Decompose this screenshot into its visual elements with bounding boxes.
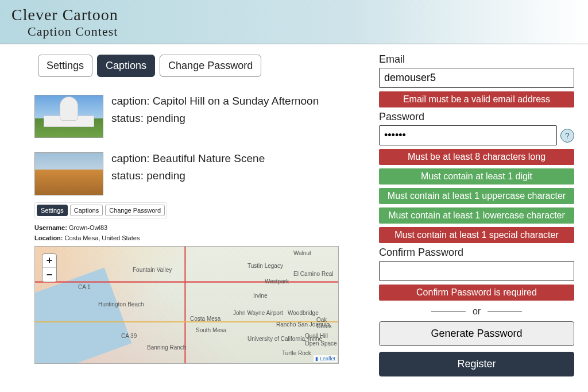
main-tab-bar: Settings Captions Change Password: [34, 51, 356, 80]
password-input[interactable]: [379, 125, 557, 145]
register-button[interactable]: Register: [379, 352, 574, 376]
register-form: Email Email must be a valid email addres…: [379, 51, 574, 376]
tab-change-password[interactable]: Change Password: [160, 55, 261, 77]
map-place-label: John Wayne Airport: [233, 310, 283, 316]
mini-tab-bar: Settings Captions Change Password: [34, 202, 167, 218]
tab-settings[interactable]: Settings: [38, 55, 92, 77]
caption-text: caption: Capitol Hill on a Sunday Aftern…: [111, 95, 319, 129]
caption-thumbnail-capitol[interactable]: [34, 95, 103, 138]
password-validation: Must contain at least 1 digit: [379, 168, 574, 185]
map-place-label: El Camino Real: [293, 271, 333, 277]
map-place-label: Rancho San Joaquin: [276, 321, 330, 328]
caption-status: status: pending: [111, 170, 265, 182]
map-place-label: Costa Mesa: [190, 316, 220, 322]
profile-meta: Username: Grown-Owl83 Location: Costa Me…: [34, 224, 356, 241]
caption-text: caption: Beautiful Nature Scene status: …: [111, 152, 265, 187]
left-column: Settings Captions Change Password captio…: [34, 51, 356, 376]
map-place-label: Westpark: [265, 278, 289, 285]
password-label: Password: [379, 111, 574, 123]
app-header: Clever Cartoon Caption Contest: [0, 0, 588, 44]
app-title-line2: Caption Contest: [28, 24, 577, 39]
confirm-password-input[interactable]: [379, 261, 574, 281]
password-validation: Must contain at least 1 special characte…: [379, 227, 574, 243]
username-label: Username:: [34, 224, 67, 231]
password-validation: Must be at least 8 characters long: [379, 149, 574, 165]
password-validation: Must contain at least 1 lowercase charac…: [379, 207, 574, 224]
map-place-label: CA 39: [121, 333, 137, 339]
map-place-label: Banning Ranch: [147, 344, 186, 351]
username-value: Grown-Owl83: [69, 224, 107, 231]
map-place-label: Irvine: [253, 293, 267, 299]
map-place-label: CA 1: [78, 284, 91, 290]
email-label: Email: [379, 53, 574, 66]
caption-label: caption: Capitol Hill on a Sunday Aftern…: [111, 95, 319, 107]
app-title-line1: Clever Cartoon: [11, 6, 577, 24]
email-input[interactable]: [379, 68, 574, 88]
caption-item: caption: Beautiful Nature Scene status: …: [34, 152, 356, 195]
map-zoom-control: + −: [42, 253, 57, 282]
confirm-password-error: Confirm Password is required: [379, 285, 574, 301]
mini-tab-settings[interactable]: Settings: [37, 205, 68, 216]
mini-tab-captions[interactable]: Captions: [70, 205, 103, 216]
location-map[interactable]: + − Fountain ValleyHuntington BeachCosta…: [34, 246, 339, 364]
main-container: Settings Captions Change Password captio…: [0, 44, 588, 392]
caption-item: caption: Capitol Hill on a Sunday Aftern…: [34, 95, 356, 138]
generate-password-button[interactable]: Generate Password: [379, 321, 574, 346]
map-place-label: Fountain Valley: [133, 267, 172, 273]
map-place-label: Walnut: [293, 250, 311, 256]
location-label: Location:: [34, 235, 63, 241]
map-place-label: University of California, Irvine: [247, 336, 322, 342]
confirm-password-label: Confirm Password: [379, 247, 574, 259]
caption-thumbnail-nature[interactable]: [34, 152, 103, 195]
map-place-label: Woodbridge: [288, 310, 319, 316]
caption-status: status: pending: [111, 112, 319, 125]
password-help-icon[interactable]: ?: [560, 129, 574, 143]
or-text: or: [473, 306, 481, 317]
location-value: Costa Mesa, United States: [65, 235, 140, 241]
map-place-label: South Mesa: [196, 327, 226, 333]
zoom-in-button[interactable]: +: [42, 254, 56, 268]
zoom-out-button[interactable]: −: [42, 268, 56, 282]
caption-label: caption: Beautiful Nature Scene: [111, 152, 265, 165]
map-place-label: Tustin Legacy: [247, 263, 283, 269]
map-place-label: Turtle Rock: [282, 350, 311, 356]
mini-tab-change-password[interactable]: Change Password: [105, 205, 165, 216]
tab-captions[interactable]: Captions: [97, 55, 155, 77]
map-attribution[interactable]: ▮ Leaflet: [314, 355, 337, 362]
or-divider: or: [379, 306, 574, 317]
email-error: Email must be a valid email address: [379, 91, 574, 107]
map-place-label: Huntington Beach: [98, 301, 144, 308]
password-validation: Must contain at least 1 uppercase charac…: [379, 188, 574, 204]
